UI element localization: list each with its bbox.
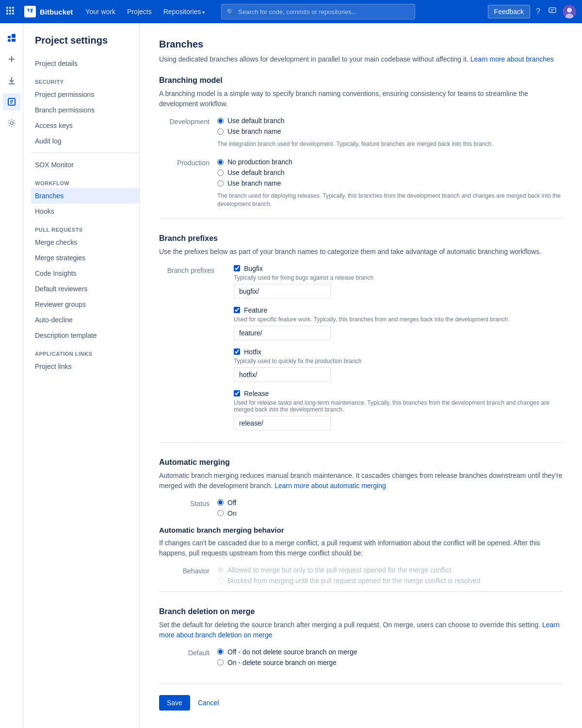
branch-deletion-title: Branch deletion on merge — [159, 607, 563, 616]
download-icon-btn[interactable] — [3, 72, 20, 89]
bugfix-label-row: Bugfix — [234, 265, 563, 272]
status-on-radio[interactable] — [217, 510, 224, 516]
hotfix-label[interactable]: Hotfix — [244, 348, 261, 356]
use-default-branch-radio[interactable] — [217, 118, 224, 124]
svg-rect-16 — [8, 39, 11, 42]
feedback-button[interactable]: Feedback — [488, 5, 530, 18]
your-work-link[interactable]: Your work — [81, 5, 120, 18]
default-on-option[interactable]: On - delete source branch on merge — [217, 659, 357, 666]
help-icon[interactable]: ? — [534, 5, 542, 18]
page-container: Project settings Project details SECURIT… — [23, 23, 582, 728]
nav-audit-log[interactable]: Audit log — [31, 133, 139, 149]
svg-rect-7 — [9, 13, 11, 15]
nav-hooks[interactable]: Hooks — [31, 204, 139, 219]
use-branch-name-radio[interactable] — [217, 128, 224, 135]
nav-auto-decline[interactable]: Auto-decline — [31, 312, 139, 328]
default-off-option[interactable]: Off - do not delete source branch on mer… — [217, 648, 357, 656]
no-production-branch-option[interactable]: No production branch — [217, 158, 563, 166]
top-nav-right: Feedback ? — [488, 4, 576, 19]
release-label[interactable]: Release — [244, 390, 269, 397]
production-row: Production No production branch Use defa… — [159, 158, 563, 212]
nav-code-insights[interactable]: Code Insights — [31, 266, 139, 281]
nav-reviewer-groups[interactable]: Reviewer groups — [31, 297, 139, 312]
nav-access-keys[interactable]: Access keys — [31, 118, 139, 133]
grid-icon[interactable] — [6, 6, 15, 17]
bugfix-checkbox[interactable] — [234, 265, 240, 271]
production-default-radio[interactable] — [217, 170, 224, 176]
nav-merge-strategies[interactable]: Merge strategies — [31, 250, 139, 266]
release-label-row: Release — [234, 390, 563, 397]
production-name-radio[interactable] — [217, 180, 224, 187]
repositories-link[interactable]: Repositories — [159, 5, 210, 18]
bugfix-prefix-item: Bugfix Typically used for fixing bugs ag… — [234, 265, 563, 299]
behavior-allowed-radio[interactable] — [217, 567, 224, 573]
production-name-option[interactable]: Use branch name — [217, 179, 563, 187]
status-on-option[interactable]: On — [217, 509, 237, 517]
nav-description-template[interactable]: Description template — [31, 328, 139, 343]
branch-deletion-section: Branch deletion on merge Set the default… — [159, 591, 563, 667]
main-content: Branches Using dedicated branches allows… — [140, 23, 582, 728]
svg-rect-2 — [12, 7, 14, 9]
hotfix-checkbox[interactable] — [234, 348, 240, 355]
use-branch-name-option[interactable]: Use branch name — [217, 127, 493, 135]
use-default-branch-option[interactable]: Use default branch — [217, 117, 493, 125]
cancel-button[interactable]: Cancel — [196, 695, 221, 711]
default-label: Default — [159, 648, 217, 657]
no-production-branch-radio[interactable] — [217, 159, 224, 165]
branch-prefixes-title: Branch prefixes — [159, 234, 563, 243]
feature-label[interactable]: Feature — [244, 306, 267, 314]
status-off-radio[interactable] — [217, 499, 224, 506]
search-bar[interactable]: 🔍 Search for code, commits or repositori… — [221, 4, 415, 19]
bugfix-input[interactable] — [234, 284, 331, 299]
feature-input[interactable] — [234, 326, 331, 340]
app-logo[interactable]: Bitbucket — [24, 6, 73, 17]
feature-checkbox[interactable] — [234, 307, 240, 313]
application-links-section-label: APPLICATION LINKS — [31, 343, 139, 359]
add-icon-btn[interactable] — [3, 50, 20, 68]
settings-icon-btn[interactable] — [3, 114, 20, 132]
notifications-icon[interactable] — [546, 4, 559, 19]
status-row: Status Off On — [159, 499, 563, 518]
nav-project-details[interactable]: Project details — [31, 56, 139, 71]
projects-link[interactable]: Projects — [122, 5, 157, 18]
release-input[interactable] — [234, 416, 331, 430]
left-navigation: Project settings Project details SECURIT… — [23, 23, 140, 728]
home-icon-btn[interactable] — [3, 29, 20, 47]
user-avatar[interactable] — [563, 5, 576, 18]
status-controls: Off On — [217, 499, 237, 518]
nav-branches[interactable]: Branches — [31, 188, 139, 204]
nav-merge-checks[interactable]: Merge checks — [31, 235, 139, 250]
production-default-option[interactable]: Use default branch — [217, 169, 563, 176]
nav-default-reviewers[interactable]: Default reviewers — [31, 281, 139, 297]
learn-more-auto-merging-link[interactable]: Learn more about automatic merging — [275, 482, 386, 490]
behavior-option2[interactable]: Blocked from merging until the pull requ… — [217, 577, 480, 585]
default-controls: Off - do not delete source branch on mer… — [217, 648, 357, 667]
nav-project-links[interactable]: Project links — [31, 359, 139, 374]
branch-prefix-items: Bugfix Typically used for fixing bugs ag… — [234, 265, 563, 438]
search-placeholder: Search for code, commits or repositories… — [238, 8, 356, 16]
release-checkbox[interactable] — [234, 390, 240, 396]
release-prefix-item: Release Used for release tasks and long-… — [234, 390, 563, 430]
learn-more-branches-link[interactable]: Learn more about branches — [470, 55, 554, 63]
auto-merge-behavior-title: Automatic branch merging behavior — [159, 526, 563, 534]
hotfix-input[interactable] — [234, 367, 331, 382]
project-settings-icon-btn[interactable] — [3, 93, 20, 111]
default-on-radio[interactable] — [217, 659, 224, 665]
behavior-blocked-radio[interactable] — [217, 577, 224, 584]
nav-branch-permissions[interactable]: Branch permissions — [31, 102, 139, 118]
save-button[interactable]: Save — [159, 695, 190, 711]
nav-project-permissions[interactable]: Project permissions — [31, 87, 139, 102]
default-off-radio[interactable] — [217, 649, 224, 655]
status-off-option[interactable]: Off — [217, 499, 237, 506]
nav-sox-monitor[interactable]: SOX Monitor — [31, 157, 139, 173]
bugfix-label[interactable]: Bugfix — [244, 265, 263, 272]
branching-model-desc: A branching model is a simple way to spe… — [159, 89, 563, 109]
release-hint: Used for release tasks and long-term mai… — [234, 399, 563, 413]
status-on-label: On — [227, 509, 237, 517]
behavior-option1[interactable]: Allowed to merge but only to the pull re… — [217, 566, 480, 574]
top-navigation: Bitbucket Your work Projects Repositorie… — [0, 0, 582, 23]
svg-rect-1 — [9, 7, 11, 9]
production-default-label: Use default branch — [227, 169, 285, 176]
branching-model-title: Branching model — [159, 76, 563, 85]
search-icon: 🔍 — [226, 8, 234, 16]
